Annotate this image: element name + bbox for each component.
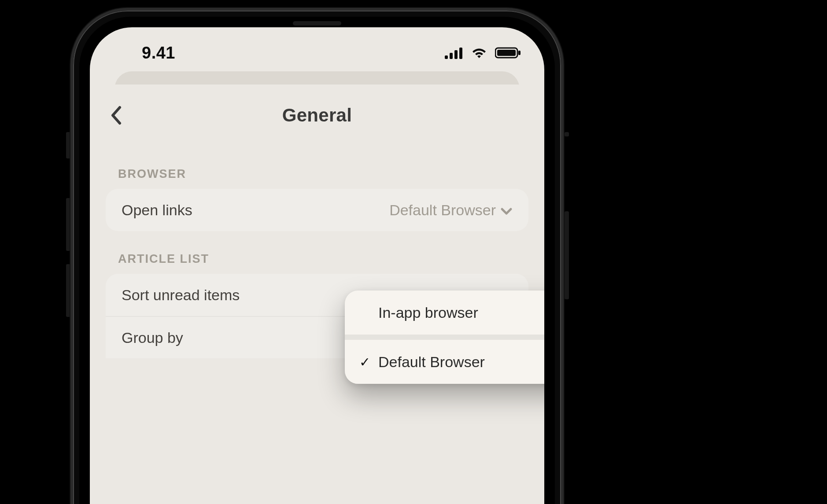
phone-earpiece — [293, 21, 341, 26]
svg-rect-1 — [450, 53, 453, 59]
popover-option-in-app-browser[interactable]: In-app browser — [345, 291, 544, 335]
status-time: 9.41 — [142, 44, 175, 63]
nav-header: General — [95, 85, 539, 146]
status-right — [445, 47, 521, 59]
wifi-icon — [470, 47, 488, 59]
svg-rect-6 — [518, 51, 521, 55]
phone-mute-switch — [66, 132, 70, 158]
checkmark-icon: ✓ — [357, 354, 372, 370]
open-links-value: Default Browser — [389, 202, 513, 219]
section-header-article-list: ARTICLE LIST — [106, 231, 528, 274]
open-links-row[interactable]: Open links Default Browser — [106, 189, 528, 231]
section-header-browser: BROWSER — [106, 146, 528, 189]
phone-volume-up — [66, 198, 70, 251]
svg-rect-0 — [445, 55, 448, 59]
settings-sheet: General BROWSER Open links Default Brows… — [95, 85, 539, 504]
popover-option-default-browser[interactable]: ✓ Default Browser — [345, 340, 544, 384]
chevron-down-icon — [500, 202, 513, 219]
group-by-label: Group by — [122, 329, 183, 346]
svg-rect-3 — [459, 48, 462, 59]
open-links-value-text: Default Browser — [389, 202, 496, 219]
phone-screen: 9.41 — [90, 27, 544, 504]
sort-unread-label: Sort unread items — [122, 287, 240, 304]
svg-rect-2 — [454, 50, 458, 59]
open-links-label: Open links — [122, 202, 192, 219]
page-title: General — [282, 105, 352, 126]
svg-rect-5 — [497, 50, 516, 56]
cellular-icon — [445, 47, 463, 59]
phone-antenna-line — [565, 132, 569, 136]
phone-frame: 9.41 — [70, 8, 564, 504]
phone-volume-down — [66, 264, 70, 317]
back-button[interactable] — [106, 105, 127, 126]
phone-inner-frame: 9.41 — [79, 17, 555, 504]
phone-power-button — [565, 211, 569, 299]
popover-option-label: Default Browser — [378, 353, 485, 371]
status-bar: 9.41 — [90, 42, 544, 63]
popover-option-label: In-app browser — [378, 304, 478, 321]
open-links-popover: In-app browser ✓ Default Browser — [345, 291, 544, 384]
chevron-left-icon — [110, 106, 122, 125]
battery-icon — [495, 47, 521, 59]
